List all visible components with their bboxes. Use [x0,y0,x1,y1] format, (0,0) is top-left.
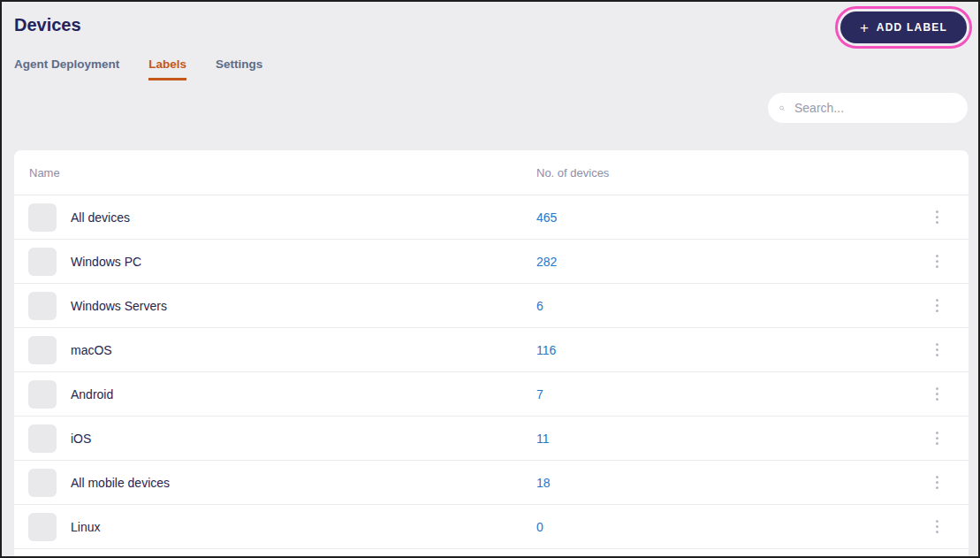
label-name: Windows PC [71,255,141,269]
device-count-link[interactable]: 6 [536,299,543,313]
page-title: Devices [14,15,81,35]
tab-agent-deployment[interactable]: Agent Deployment [14,57,119,80]
row-actions-kebab-icon[interactable] [932,207,942,227]
row-actions-kebab-icon[interactable] [932,472,942,493]
label-name: iOS [71,432,91,446]
table-row[interactable]: Android 7 [14,372,969,417]
label-name: All mobile devices [71,476,170,490]
devices-page: Devices + ADD LABEL Agent Deployment Lab… [0,0,980,558]
label-name: Android [71,387,113,401]
label-color-swatch [28,248,57,276]
column-header-no-of-devices: No. of devices [536,166,905,180]
table-row[interactable]: All devices 465 [14,195,969,240]
add-label-button[interactable]: + ADD LABEL [840,11,967,43]
table-row[interactable]: Linux 0 [14,505,969,549]
row-actions-kebab-icon[interactable] [932,384,942,404]
plus-icon: + [860,20,869,35]
search-icon [779,102,785,115]
label-color-swatch [28,513,57,541]
device-count-link[interactable]: 11 [536,432,550,446]
add-label-annotation-ring: + ADD LABEL [835,6,972,49]
label-name: All devices [71,210,130,225]
tab-settings[interactable]: Settings [216,57,262,80]
table-row[interactable]: iOS 11 [14,417,969,461]
row-actions-kebab-icon[interactable] [932,340,942,360]
device-count-link[interactable]: 116 [536,343,556,357]
tab-labels[interactable]: Labels [148,57,186,80]
tab-bar: Agent Deployment Labels Settings [14,57,262,80]
device-count-link[interactable]: 18 [536,476,551,490]
search-box[interactable] [768,93,968,123]
add-label-button-label: ADD LABEL [877,21,947,34]
device-count-link[interactable]: 7 [536,387,543,401]
device-count-link[interactable]: 465 [536,210,557,225]
labels-table: Name No. of devices All devices 465 Wind… [14,150,969,556]
label-color-swatch [28,424,57,453]
table-row[interactable]: Windows Servers 6 [14,284,969,328]
label-color-swatch [28,292,57,320]
label-color-swatch [28,336,57,364]
search-input[interactable] [793,100,956,116]
table-row[interactable]: Windows PC 282 [14,240,969,284]
table-row[interactable]: All mobile devices 18 [14,461,969,505]
row-actions-kebab-icon[interactable] [932,516,942,537]
row-actions-kebab-icon[interactable] [932,295,942,316]
row-actions-kebab-icon[interactable] [932,251,942,271]
device-count-link[interactable]: 282 [536,255,557,269]
table-row[interactable]: macOS 116 [14,328,969,372]
label-color-swatch [28,469,57,497]
label-name: Linux [71,520,100,534]
table-header-row: Name No. of devices [14,150,969,195]
label-name: macOS [71,343,112,357]
label-color-swatch [28,380,57,409]
device-count-link[interactable]: 0 [536,520,543,534]
label-color-swatch [28,203,57,232]
row-actions-kebab-icon[interactable] [932,428,942,448]
column-header-name: Name [14,166,536,180]
label-name: Windows Servers [71,299,167,313]
